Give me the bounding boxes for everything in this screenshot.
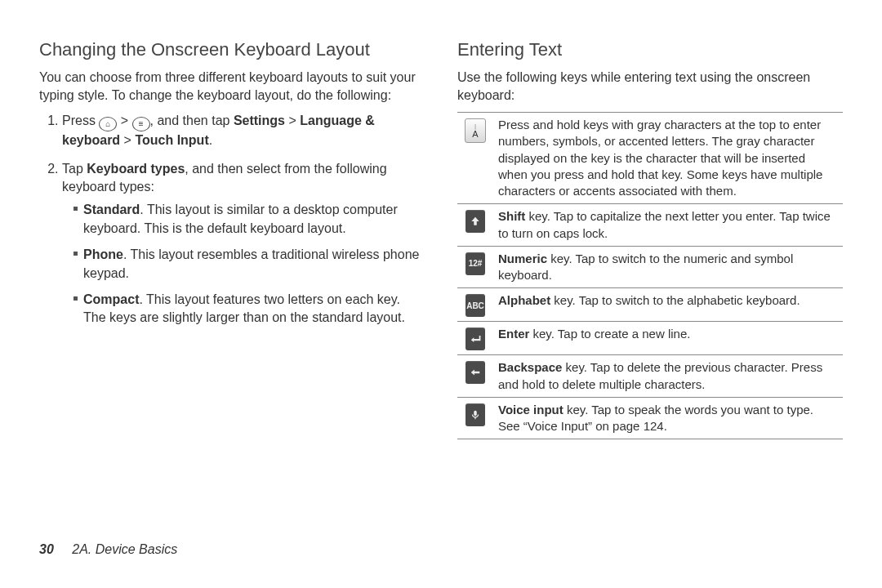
key-row-voice: Voice input key. Tap to speak the words … [457,398,843,440]
heading-entering-text: Entering Text [457,39,843,60]
a-key-icon: |A [465,118,486,143]
type-compact: Compact. This layout features two letter… [74,291,425,327]
voice-key-icon [466,403,485,426]
key-row-gray: |A Press and hold keys with gray charact… [457,113,843,204]
alphabet-key-icon: ABC [466,294,485,317]
backspace-key-icon [466,361,485,384]
type-phone: Phone. This layout resembles a tradition… [74,246,425,283]
section-title: 2A. Device Basics [72,542,177,556]
menu-icon: ≡ [132,117,150,131]
shift-key-icon [466,210,485,233]
heading-keyboard-layout: Changing the Onscreen Keyboard Layout [39,39,425,60]
key-row-shift: Shift key. Tap to capitalize the next le… [457,204,843,247]
key-row-backspace: Backspace key. Tap to delete the previou… [457,355,843,398]
key-row-alphabet: ABC Alphabet key. Tap to switch to the a… [457,288,843,322]
step-1: Press ⌂ > ≡, and then tap Settings > Lan… [62,112,425,149]
page-footer: 30 2A. Device Basics [39,542,177,557]
page-number: 30 [39,542,54,556]
step-2: Tap Keyboard types, and then select from… [62,160,425,327]
key-row-numeric: 12# Numeric key. Tap to switch to the nu… [457,247,843,289]
enter-key-icon [466,327,485,350]
intro-text: You can choose from three different keyb… [39,69,425,104]
numeric-key-icon: 12# [466,252,485,275]
home-icon: ⌂ [99,117,117,131]
keys-table: |A Press and hold keys with gray charact… [457,112,843,439]
type-standard: Standard. This layout is similar to a de… [74,201,425,238]
key-row-enter: Enter key. Tap to create a new line. [457,322,843,355]
intro-text-right: Use the following keys while entering te… [457,69,843,104]
left-column: Changing the Onscreen Keyboard Layout Yo… [39,39,425,439]
right-column: Entering Text Use the following keys whi… [457,39,843,439]
